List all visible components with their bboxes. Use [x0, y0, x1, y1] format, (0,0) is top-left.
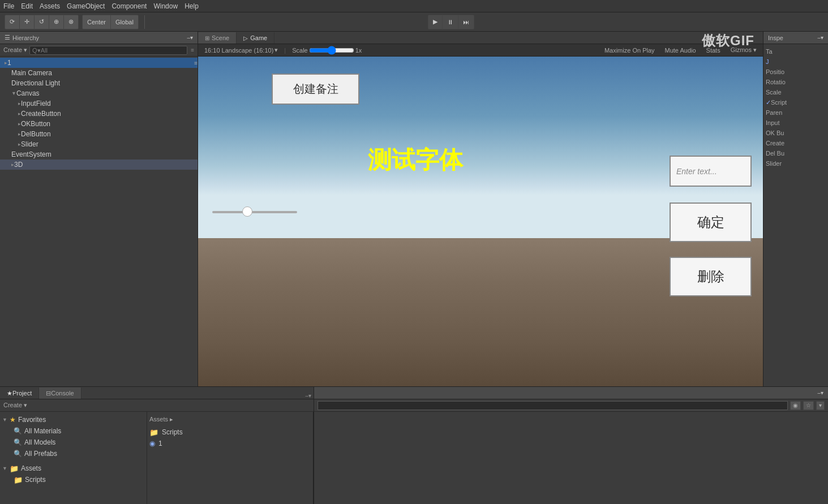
inspector-del-row: Del Bu — [766, 148, 826, 158]
hier-root-1-options[interactable]: ≡ — [194, 60, 198, 66]
inspector-create-label: Create — [766, 140, 784, 147]
menu-edit[interactable]: Edit — [21, 2, 33, 10]
global-btn[interactable]: Global — [111, 15, 138, 29]
mute-audio-btn[interactable]: Mute Audio — [662, 45, 699, 55]
assets-folder-icon: 📁 — [10, 464, 19, 473]
inspector-rotation-row: Rotatio — [766, 77, 826, 87]
hier-main-camera[interactable]: Main Camera — [0, 68, 198, 78]
step-btn[interactable]: ⏭ — [458, 15, 474, 29]
menu-file[interactable]: File — [3, 2, 14, 10]
scale-tool-btn[interactable]: ⊕ — [49, 15, 64, 29]
hier-main-camera-label: Main Camera — [11, 69, 52, 77]
favorites-label: Favorites — [18, 416, 46, 424]
inspector-position-label: Positio — [766, 68, 784, 75]
insp-bottom-toolbar: ◉ ☆ ▾ — [314, 399, 828, 412]
game-ok-button[interactable]: 确定 — [670, 203, 752, 242]
project-tabs: ★ Project ⊟ Console –▾ — [0, 387, 314, 399]
menu-assets[interactable]: Assets — [40, 2, 60, 10]
hierarchy-search[interactable] — [29, 46, 187, 55]
game-del-button[interactable]: 删除 — [670, 257, 752, 296]
insp-bottom-search[interactable] — [318, 401, 788, 410]
scripts-label: Scripts — [25, 476, 46, 484]
hierarchy-collapse-icon[interactable]: –▾ — [187, 35, 193, 41]
pause-btn[interactable]: ⏸ — [443, 15, 458, 29]
maximize-on-play-btn[interactable]: Maximize On Play — [602, 45, 658, 55]
scale-control[interactable]: Scale 1x — [289, 45, 364, 55]
scripts-tree-item[interactable]: 📁 Scripts — [2, 474, 144, 485]
hierarchy-create-btn[interactable]: Create ▾ — [3, 46, 27, 54]
menu-window[interactable]: Window — [153, 2, 178, 10]
resolution-dropdown-icon: ▾ — [274, 46, 278, 54]
game-ok-label: 确定 — [697, 213, 724, 231]
all-materials-item[interactable]: 🔍 All Materials — [2, 425, 144, 437]
inspector-script-row: ✓ Script — [766, 97, 826, 107]
play-btn[interactable]: ▶ — [428, 15, 443, 29]
scripts-folder-icon: 📁 — [14, 476, 23, 484]
all-prefabs-icon: 🔍 — [14, 450, 22, 458]
resolution-selector[interactable]: 16:10 Landscape (16:10) ▾ — [201, 45, 281, 55]
inspector-j-icon: J — [766, 57, 826, 67]
hierarchy-options-icon[interactable]: ≡ — [191, 47, 194, 53]
hier-slider[interactable]: ▸ Slider — [0, 139, 198, 149]
slider-thumb[interactable] — [242, 206, 252, 217]
pivot-group: Center Global — [82, 15, 139, 29]
inspector-collapse-icon[interactable]: –▾ — [817, 35, 823, 41]
project-panel-options[interactable]: –▾ — [303, 393, 314, 399]
insp-bottom-header: –▾ — [314, 387, 828, 399]
hier-dir-light[interactable]: Directional Light — [0, 78, 198, 88]
hier-canvas[interactable]: ▼ Canvas — [0, 88, 198, 98]
project-create-btn[interactable]: Create ▾ — [3, 402, 27, 409]
inspector-del-label: Del Bu — [766, 150, 784, 157]
hier-del-button[interactable]: ▸ DelButton — [0, 129, 198, 139]
hier-create-button[interactable]: ▸ CreateButton — [0, 109, 198, 119]
game-slider[interactable] — [212, 211, 297, 213]
all-models-item[interactable]: 🔍 All Models — [2, 437, 144, 448]
insp-filter-btn-3[interactable]: ▾ — [816, 401, 825, 410]
hier-3d[interactable]: ▸ 3D — [0, 160, 198, 170]
hier-ok-button[interactable]: ▸ OKButton — [0, 119, 198, 129]
insp-bottom-collapse-icon[interactable]: –▾ — [817, 390, 823, 396]
project-content: ▼ ★ Favorites 🔍 All Materials 🔍 All Mode… — [0, 412, 314, 504]
hierarchy-content: ▸ 1 ≡ Main Camera Directional Light ▼ Ca… — [0, 57, 198, 386]
asset-file-1[interactable]: ◉ 1 — [149, 438, 311, 449]
hier-canvas-arrow: ▼ — [11, 91, 16, 96]
hier-ok-button-label: OKButton — [21, 120, 50, 128]
menu-help[interactable]: Help — [185, 2, 199, 10]
undo-btn[interactable]: ↺ — [35, 15, 49, 29]
create-note-button[interactable]: 创建备注 — [272, 74, 359, 105]
insp-filter-btn-2[interactable]: ☆ — [803, 401, 814, 410]
hier-event-system-label: EventSystem — [11, 150, 52, 158]
hier-root-1[interactable]: ▸ 1 ≡ — [0, 58, 198, 68]
hier-3d-label: 3D — [14, 161, 23, 169]
inspector-ok-row: OK Bu — [766, 128, 826, 138]
tab-console[interactable]: ⊟ Console — [39, 387, 81, 399]
assets-section-label: Assets — [21, 464, 41, 472]
tab-project-icon: ★ — [7, 390, 12, 397]
inspector-input-label: Input — [766, 119, 779, 126]
hier-input-field[interactable]: ▸ InputField — [0, 98, 198, 109]
all-materials-label: All Materials — [24, 427, 61, 435]
tab-scene[interactable]: ⊞ Scene — [198, 32, 237, 44]
hier-event-system[interactable]: EventSystem — [0, 149, 198, 160]
asset-file-icon: ◉ — [149, 440, 155, 447]
center-btn[interactable]: Center — [83, 15, 111, 29]
rotate-tool-btn[interactable]: ⟳ — [5, 15, 20, 29]
play-controls: ▶ ⏸ ⏭ — [428, 15, 474, 29]
assets-header: Assets ▸ — [149, 414, 311, 424]
main-text-content: 测试字体 — [368, 147, 463, 173]
rect-tool-btn[interactable]: ⊗ — [64, 15, 78, 29]
menu-component[interactable]: Component — [111, 2, 147, 10]
inspector-ta-tab[interactable]: Ta — [766, 46, 826, 57]
inspector-parent-row: Paren — [766, 107, 826, 118]
menu-gameobject[interactable]: GameObject — [67, 2, 105, 10]
game-input-field[interactable]: Enter text... — [670, 156, 752, 187]
move-tool-btn[interactable]: ✛ — [20, 15, 35, 29]
all-prefabs-item[interactable]: 🔍 All Prefabs — [2, 448, 144, 459]
game-view-canvas: 创建备注 测试字体 Enter text... 确定 删除 — [198, 57, 763, 386]
asset-scripts-icon: 📁 — [149, 428, 158, 437]
scale-slider[interactable] — [309, 47, 354, 54]
tab-project[interactable]: ★ Project — [0, 387, 39, 399]
insp-filter-btn-1[interactable]: ◉ — [790, 401, 801, 410]
asset-scripts-folder[interactable]: 📁 Scripts — [149, 427, 311, 438]
tab-game[interactable]: ▷ Game — [237, 32, 274, 44]
